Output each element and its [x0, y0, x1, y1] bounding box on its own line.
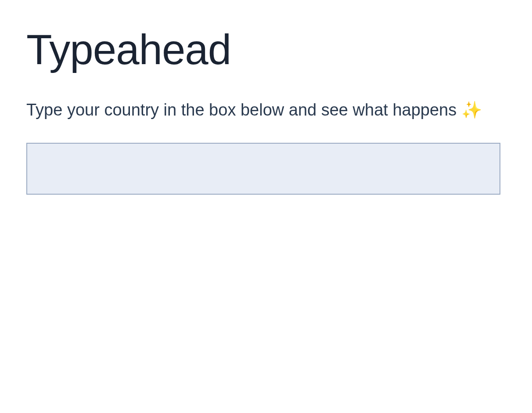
country-input[interactable]	[26, 143, 500, 195]
subtitle-text: Type your country in the box below and s…	[26, 101, 461, 119]
sparkle-icon: ✨	[461, 101, 482, 119]
page-subtitle: Type your country in the box below and s…	[26, 99, 506, 121]
page-title: Typeahead	[26, 26, 506, 73]
